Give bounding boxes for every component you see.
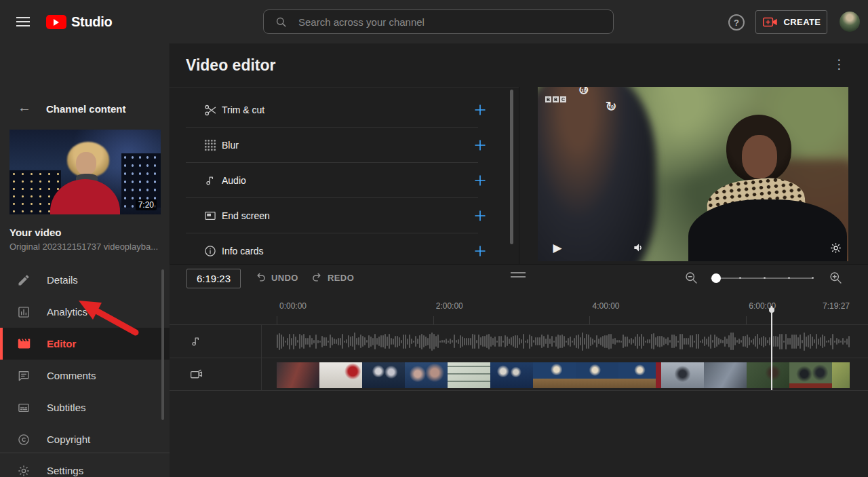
timeline-ruler[interactable]: 0:00:002:00:004:00:006:00:007:19:27	[170, 294, 868, 324]
tool-label: Trim & cut	[222, 104, 264, 115]
ruler-end-label: 7:19:27	[823, 301, 850, 311]
audio-waveform-track[interactable]	[277, 328, 850, 355]
ruler-tick-line	[746, 316, 747, 324]
player-settings-gear-icon[interactable]	[827, 240, 844, 256]
tool-row-blur[interactable]: Blur	[170, 128, 519, 163]
preview-frame-art	[538, 87, 656, 261]
zoom-slider-track[interactable]	[711, 278, 812, 279]
panel-resize-handle[interactable]	[511, 272, 526, 280]
filmstrip-thumbnail	[362, 362, 405, 388]
add-end-screen-button[interactable]	[473, 209, 487, 223]
redo-button[interactable]: REDO	[311, 271, 354, 284]
studio-logo[interactable]: Studio	[46, 14, 112, 30]
search-box[interactable]	[263, 9, 614, 34]
thumbnail-art	[76, 152, 96, 175]
pencil-icon	[16, 272, 32, 288]
video-thumbnail[interactable]: 7:20	[9, 130, 161, 214]
create-button[interactable]: CREATE	[755, 10, 827, 34]
channel-content-header: Channel content	[46, 103, 126, 115]
add-trim-cut-button[interactable]	[473, 103, 487, 117]
movie-icon	[16, 336, 32, 352]
play-button[interactable]: ▶	[549, 240, 566, 256]
zoom-slider-dot	[764, 277, 766, 279]
sidebar-item-label: Comments	[47, 370, 96, 381]
analytics-icon	[16, 304, 32, 320]
video-title: Your video	[9, 227, 61, 238]
zoom-in-icon[interactable]	[829, 271, 843, 285]
video-filmstrip-track[interactable]	[277, 362, 850, 388]
divider	[519, 87, 519, 264]
video-preview: BBC ▶ ↺10 ↻10	[538, 87, 848, 261]
zoom-slider-knob[interactable]	[711, 273, 721, 283]
tool-label: End screen	[222, 210, 270, 221]
video-track-icon	[188, 366, 204, 382]
video-subtitle: Original 202312151737 videoplayba...	[9, 242, 161, 252]
add-info-cards-button[interactable]	[473, 244, 487, 258]
add-audio-button[interactable]	[473, 174, 487, 187]
tool-label: Blur	[222, 140, 239, 151]
sidebar-item-comments[interactable]: Comments	[0, 360, 170, 392]
ruler-tick-line	[589, 316, 590, 324]
filmstrip-thumbnail	[533, 362, 576, 388]
info-icon	[203, 244, 218, 259]
add-blur-button[interactable]	[473, 138, 487, 152]
rewind-10-button[interactable]: ↺10	[576, 87, 592, 98]
tool-row-audio[interactable]: Audio	[170, 163, 519, 198]
tool-label: Audio	[222, 175, 246, 186]
sidebar-scrollbar[interactable]	[161, 269, 164, 420]
search-input[interactable]	[297, 16, 613, 28]
avatar[interactable]	[840, 12, 860, 32]
subtitles-icon	[16, 400, 32, 416]
tools-scrollbar[interactable]	[510, 90, 513, 244]
create-button-label: CREATE	[784, 17, 821, 27]
playhead[interactable]	[771, 306, 772, 390]
sidebar-item-analytics[interactable]: Analytics	[0, 296, 170, 328]
zoom-slider-dot	[788, 277, 790, 279]
kebab-menu-icon[interactable]: ⋮	[833, 57, 846, 72]
sidebar-item-subtitles[interactable]: Subtitles	[0, 392, 170, 423]
help-icon[interactable]: ?	[728, 14, 745, 31]
current-time-field[interactable]: 6:19:23	[186, 269, 241, 288]
audio-track-icon	[188, 333, 204, 349]
bbc-letter: C	[560, 96, 566, 102]
ruler-tick-label: 2:00:00	[436, 301, 463, 311]
ruler-tick-label: 4:00:00	[592, 301, 619, 311]
gear-icon	[16, 463, 32, 477]
bbc-letter: B	[545, 96, 551, 102]
timeline-section: 6:19:23 UNDO REDO 0:00:002:00:004:00:006…	[170, 264, 868, 477]
sidebar-item-details[interactable]: Details	[0, 264, 170, 296]
youtube-play-icon	[46, 15, 66, 29]
studio-logo-text: Studio	[71, 14, 112, 30]
divider	[261, 325, 262, 390]
sidebar-item-settings[interactable]: Settings	[0, 455, 170, 477]
filmstrip-thumbnail	[319, 362, 362, 388]
create-video-icon	[762, 16, 778, 28]
zoom-slider-dot	[812, 277, 814, 279]
end-screen-icon	[203, 208, 218, 223]
filmstrip-thumbnail	[576, 362, 618, 388]
tool-row-end-screen[interactable]: End screen	[170, 198, 519, 233]
forward-10-button[interactable]: ↻10	[603, 98, 619, 114]
zoom-out-icon[interactable]	[684, 271, 698, 285]
sidebar-item-copyright[interactable]: Copyright	[0, 423, 170, 455]
filmstrip-thumbnail	[405, 362, 448, 388]
ruler-tick-line	[277, 316, 277, 324]
sidebar-item-label: Editor	[47, 338, 76, 349]
playhead-knob[interactable]	[769, 307, 774, 313]
copyright-icon	[16, 432, 32, 448]
sidebar-nav: DetailsAnalyticsEditorCommentsSubtitlesC…	[0, 264, 170, 455]
top-bar: Studio ? CREATE	[0, 0, 868, 43]
sidebar: ← Channel content 7:20 Your video Origin…	[0, 43, 170, 477]
menu-icon[interactable]	[16, 17, 30, 26]
back-arrow-icon[interactable]: ←	[18, 100, 31, 114]
tool-label: Info cards	[222, 246, 263, 256]
tool-row-trim-cut[interactable]: Trim & cut	[170, 92, 519, 128]
sidebar-item-editor[interactable]: Editor	[0, 328, 170, 360]
undo-button[interactable]: UNDO	[254, 271, 298, 284]
youtube-studio-video-editor: Studio ? CREATE ← Channel content 7:	[0, 0, 868, 477]
filmstrip-thumbnail	[832, 362, 850, 388]
filmstrip-thumbnail	[747, 362, 789, 388]
redo-icon	[311, 271, 323, 284]
filmstrip-thumbnail	[448, 362, 490, 388]
volume-icon[interactable]	[631, 240, 647, 256]
